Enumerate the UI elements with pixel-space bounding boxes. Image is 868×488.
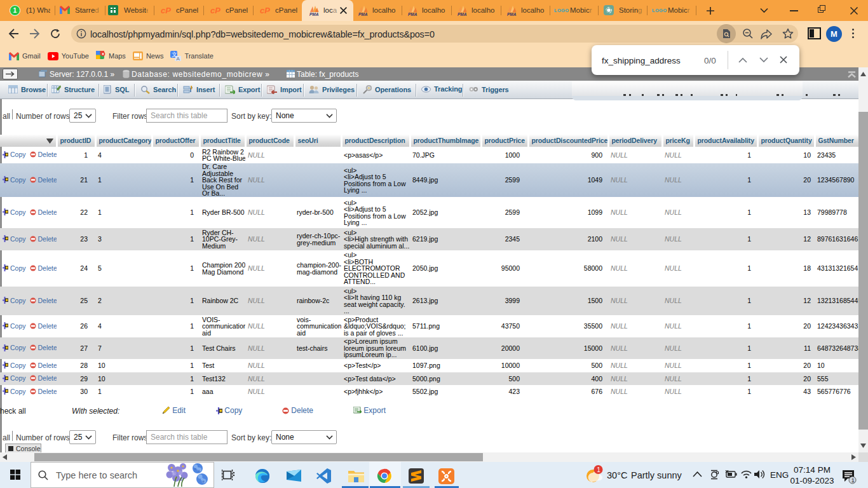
svg-text:1: 1	[851, 477, 855, 484]
svg-text:A: A	[177, 56, 180, 62]
svg-text:PMA: PMA	[358, 12, 368, 17]
svg-text:PMA: PMA	[507, 12, 517, 17]
svg-text:PMA: PMA	[309, 12, 319, 17]
svg-text:PMA: PMA	[408, 12, 417, 17]
svg-text:1: 1	[597, 466, 600, 473]
svg-text:PMA: PMA	[458, 12, 467, 17]
